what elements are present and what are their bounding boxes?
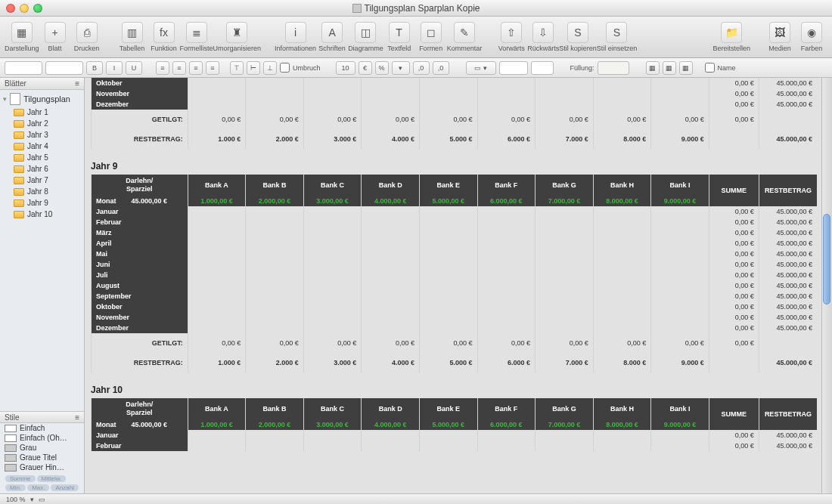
toolbar-rueckwaerts-button[interactable]: ⇩Rückwärts (527, 22, 559, 52)
toolbar-tabellen-button[interactable]: ▥Tabellen (116, 22, 148, 52)
border-style-select[interactable] (499, 61, 528, 75)
sheet-root[interactable]: ▾ Tilgungsplan (0, 90, 84, 107)
fill-color-well[interactable] (598, 61, 629, 75)
toolbar-medien-button[interactable]: 🖼Medien (764, 22, 796, 52)
main-toolbar: ▦Darstellung+Blatt⎙Drucken▥TabellenfxFun… (0, 17, 832, 58)
tabellen-icon: ▥ (122, 22, 143, 43)
font-size-stepper[interactable]: 10 (336, 61, 355, 75)
darstellung-icon: ▦ (11, 22, 33, 43)
stat-pill[interactable]: Max. (27, 484, 49, 491)
stat-pill[interactable]: Anzahl (51, 484, 78, 491)
font-family-select[interactable] (5, 61, 42, 75)
sidebar-item-label: Jahr 2 (27, 119, 48, 128)
toolbar-informationen-button[interactable]: iInformationen (275, 22, 316, 52)
bereitstellen-icon: 📁 (721, 22, 742, 43)
align-left-button[interactable]: ≡ (156, 61, 169, 75)
name-checkbox[interactable] (705, 63, 715, 73)
toolbar-formen-button[interactable]: ◻Formen (415, 22, 447, 52)
toolbar-schriften-button[interactable]: ASchriften (316, 22, 348, 52)
sidebar: Blätter≡ ▾ Tilgungsplan Jahr 1Jahr 2Jahr… (0, 78, 85, 493)
style-label: Grau (20, 444, 36, 452)
umorganisieren-icon: ♜ (226, 22, 247, 43)
rueckwaerts-icon: ⇩ (532, 22, 554, 43)
sidebar-item-label: Jahr 7 (27, 176, 48, 184)
style-label: Einfach (20, 424, 45, 432)
decrease-decimals-button[interactable]: ,0 (413, 61, 430, 75)
toolbar-umorganisieren-button[interactable]: ♜Umorganisieren (213, 22, 262, 52)
toolbar-funktion-button[interactable]: fxFunktion (148, 22, 180, 52)
toolbar-medien-label: Medien (768, 45, 791, 52)
italic-button[interactable]: I (106, 61, 123, 75)
sidebar-item-label: Jahr 10 (27, 210, 52, 218)
toolbar-drucken-label: Drucken (74, 45, 100, 52)
sidebar-table-jahr-3[interactable]: Jahr 3 (14, 129, 84, 141)
style-item[interactable]: Grauer Hin… (0, 462, 84, 472)
toolbar-formelliste-button[interactable]: ≣Formelliste (180, 22, 213, 52)
style-item[interactable]: Grau (0, 443, 84, 453)
borders-select[interactable]: ▭ ▾ (466, 61, 496, 75)
currency-format-button[interactable]: € (359, 61, 372, 75)
style-item[interactable]: Einfach (Oh… (0, 433, 84, 443)
style-swatch-icon (5, 454, 17, 462)
number-format-select[interactable]: ▾ (392, 61, 410, 75)
disclosure-triangle-icon[interactable]: ▾ (3, 95, 7, 103)
toolbar-vorwaerts-button[interactable]: ⇧Vorwärts (495, 22, 527, 52)
sidebar-table-jahr-8[interactable]: Jahr 8 (14, 186, 84, 197)
status-bar: 100 % ▾ ▭ (0, 493, 832, 504)
sidebar-item-label: Jahr 1 (27, 108, 48, 116)
drucken-icon: ⎙ (76, 22, 98, 43)
sidebar-table-jahr-10[interactable]: Jahr 10 (14, 209, 84, 220)
toolbar-diagramme-button[interactable]: ◫Diagramme (348, 22, 383, 52)
toolbar-stileinsetzen-button[interactable]: SStil einsetzen (597, 22, 638, 52)
sidebar-table-jahr-6[interactable]: Jahr 6 (14, 163, 84, 175)
align-right-button[interactable]: ≡ (189, 61, 203, 75)
spreadsheet-canvas[interactable]: Oktober0,00 €45.000,00 €November0,00 €45… (85, 78, 832, 493)
toolbar-stilkopieren-button[interactable]: SStil kopieren (559, 22, 597, 52)
sidebar-table-jahr-2[interactable]: Jahr 2 (14, 118, 84, 129)
navigator-icon[interactable]: ▭ (39, 496, 45, 503)
stat-pill[interactable]: Summe (5, 475, 36, 482)
font-style-select[interactable] (45, 61, 83, 75)
sidebar-table-jahr-4[interactable]: Jahr 4 (14, 141, 84, 152)
toolbar-textfeld-button[interactable]: TTextfeld (383, 22, 415, 52)
footer-rows-button[interactable]: ▦ (679, 61, 693, 75)
toolbar-kommentar-label: Kommentar (447, 45, 483, 52)
style-label: Grauer Hin… (20, 463, 64, 472)
increase-decimals-button[interactable]: ,0 (433, 61, 449, 75)
border-color-well[interactable] (531, 61, 554, 75)
header-rows-button[interactable]: ▦ (646, 61, 660, 75)
toolbar-farben-button[interactable]: ◉Farben (796, 22, 827, 52)
header-cols-button[interactable]: ▦ (663, 61, 676, 75)
toolbar-drucken-button[interactable]: ⎙Drucken (71, 22, 103, 52)
valign-bottom-button[interactable]: ⊥ (263, 61, 277, 75)
percent-format-button[interactable]: % (375, 61, 389, 75)
toolbar-bereitstellen-button[interactable]: 📁Bereitstellen (712, 22, 750, 52)
toolbar-kommentar-button[interactable]: ✎Kommentar (447, 22, 483, 52)
valign-top-button[interactable]: ⊤ (230, 61, 244, 75)
style-item[interactable]: Graue Titel (0, 453, 84, 462)
scrollbar-thumb[interactable] (823, 214, 830, 305)
underline-button[interactable]: U (126, 61, 142, 75)
toolbar-bereitstellen-label: Bereitstellen (712, 45, 750, 52)
wrap-checkbox[interactable] (280, 63, 290, 73)
informationen-icon: i (285, 22, 306, 43)
align-justify-button[interactable]: ≡ (206, 61, 219, 75)
toolbar-darstellung-button[interactable]: ▦Darstellung (5, 22, 39, 52)
stat-pill[interactable]: Mittelw. (37, 475, 67, 482)
toolbar-informationen-label: Informationen (275, 45, 316, 52)
zoom-dropdown-icon[interactable]: ▾ (30, 496, 34, 503)
sidebar-table-jahr-9[interactable]: Jahr 9 (14, 197, 84, 209)
sidebar-table-jahr-7[interactable]: Jahr 7 (14, 175, 84, 186)
vertical-scrollbar[interactable] (821, 78, 832, 493)
align-center-button[interactable]: ≡ (172, 61, 186, 75)
sidebar-table-jahr-5[interactable]: Jahr 5 (14, 152, 84, 163)
valign-middle-button[interactable]: ⊢ (247, 61, 260, 75)
style-item[interactable]: Einfach (0, 423, 84, 433)
zoom-level[interactable]: 100 % (6, 496, 26, 503)
diagramme-icon: ◫ (355, 22, 376, 43)
bold-button[interactable]: B (86, 61, 103, 75)
toolbar-blatt-button[interactable]: +Blatt (39, 22, 71, 52)
sidebar-item-label: Jahr 6 (27, 165, 48, 173)
stat-pill[interactable]: Min. (5, 484, 26, 491)
sidebar-table-jahr-1[interactable]: Jahr 1 (14, 107, 84, 118)
